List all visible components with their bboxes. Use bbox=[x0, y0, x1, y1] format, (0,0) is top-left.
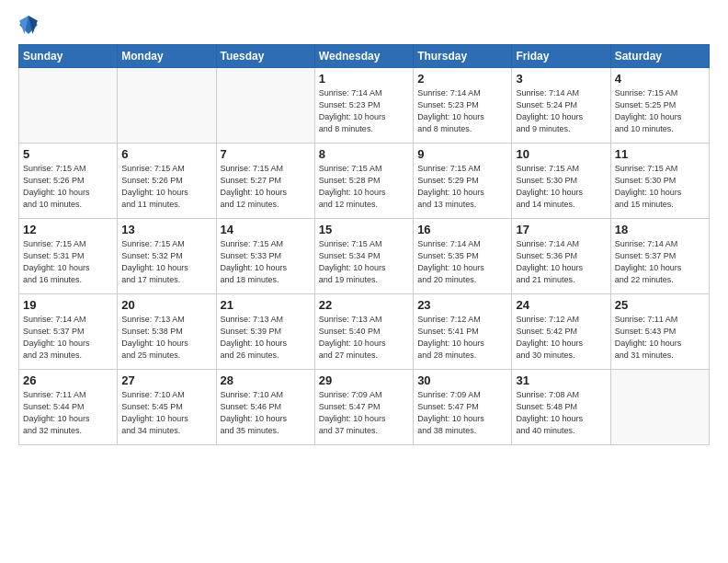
day-info: Sunrise: 7:11 AM Sunset: 5:44 PM Dayligh… bbox=[23, 389, 113, 437]
day-number: 29 bbox=[319, 373, 409, 387]
day-number: 16 bbox=[417, 223, 507, 236]
day-info: Sunrise: 7:15 AM Sunset: 5:26 PM Dayligh… bbox=[23, 163, 113, 211]
logo-icon bbox=[18, 15, 39, 35]
day-number: 28 bbox=[221, 373, 311, 387]
day-number: 9 bbox=[417, 147, 507, 161]
day-number: 7 bbox=[221, 147, 311, 161]
calendar-cell: 20Sunrise: 7:13 AM Sunset: 5:38 PM Dayli… bbox=[118, 294, 216, 370]
page-header bbox=[18, 15, 710, 35]
day-info: Sunrise: 7:15 AM Sunset: 5:28 PM Dayligh… bbox=[319, 163, 409, 211]
day-info: Sunrise: 7:12 AM Sunset: 5:41 PM Dayligh… bbox=[417, 314, 507, 362]
day-info: Sunrise: 7:15 AM Sunset: 5:32 PM Dayligh… bbox=[121, 238, 211, 286]
day-info: Sunrise: 7:08 AM Sunset: 5:48 PM Dayligh… bbox=[516, 389, 606, 437]
calendar-cell: 14Sunrise: 7:15 AM Sunset: 5:33 PM Dayli… bbox=[216, 219, 314, 294]
calendar-cell: 7Sunrise: 7:15 AM Sunset: 5:27 PM Daylig… bbox=[216, 144, 314, 219]
calendar-cell: 18Sunrise: 7:14 AM Sunset: 5:37 PM Dayli… bbox=[610, 219, 709, 294]
day-info: Sunrise: 7:11 AM Sunset: 5:43 PM Dayligh… bbox=[615, 314, 705, 362]
calendar-cell: 17Sunrise: 7:14 AM Sunset: 5:36 PM Dayli… bbox=[512, 219, 610, 294]
calendar-cell: 9Sunrise: 7:15 AM Sunset: 5:29 PM Daylig… bbox=[414, 144, 512, 219]
day-number: 1 bbox=[319, 72, 409, 86]
weekday-header-monday: Monday bbox=[118, 45, 216, 68]
calendar-cell: 28Sunrise: 7:10 AM Sunset: 5:46 PM Dayli… bbox=[216, 370, 314, 445]
calendar-cell: 5Sunrise: 7:15 AM Sunset: 5:26 PM Daylig… bbox=[19, 144, 118, 219]
day-number: 4 bbox=[615, 72, 705, 86]
day-number: 19 bbox=[23, 298, 113, 312]
day-info: Sunrise: 7:14 AM Sunset: 5:37 PM Dayligh… bbox=[615, 238, 705, 286]
calendar-cell: 8Sunrise: 7:15 AM Sunset: 5:28 PM Daylig… bbox=[314, 144, 413, 219]
day-info: Sunrise: 7:15 AM Sunset: 5:33 PM Dayligh… bbox=[221, 238, 311, 286]
day-number: 31 bbox=[516, 373, 606, 387]
day-info: Sunrise: 7:15 AM Sunset: 5:30 PM Dayligh… bbox=[516, 163, 606, 211]
calendar-cell: 24Sunrise: 7:12 AM Sunset: 5:42 PM Dayli… bbox=[512, 294, 610, 370]
calendar-cell: 30Sunrise: 7:09 AM Sunset: 5:47 PM Dayli… bbox=[414, 370, 512, 445]
day-info: Sunrise: 7:12 AM Sunset: 5:42 PM Dayligh… bbox=[516, 314, 606, 362]
day-number: 27 bbox=[121, 373, 211, 387]
day-info: Sunrise: 7:15 AM Sunset: 5:26 PM Dayligh… bbox=[121, 163, 211, 211]
day-number: 8 bbox=[319, 147, 409, 161]
day-info: Sunrise: 7:15 AM Sunset: 5:31 PM Dayligh… bbox=[23, 238, 113, 286]
calendar-cell: 2Sunrise: 7:14 AM Sunset: 5:23 PM Daylig… bbox=[414, 68, 512, 144]
calendar-cell: 31Sunrise: 7:08 AM Sunset: 5:48 PM Dayli… bbox=[512, 370, 610, 445]
day-number: 12 bbox=[23, 223, 113, 236]
calendar-cell: 21Sunrise: 7:13 AM Sunset: 5:39 PM Dayli… bbox=[216, 294, 314, 370]
calendar-cell: 15Sunrise: 7:15 AM Sunset: 5:34 PM Dayli… bbox=[314, 219, 413, 294]
weekday-header-sunday: Sunday bbox=[19, 45, 118, 68]
calendar-cell: 26Sunrise: 7:11 AM Sunset: 5:44 PM Dayli… bbox=[19, 370, 118, 445]
day-number: 10 bbox=[516, 147, 606, 161]
calendar-cell bbox=[610, 370, 709, 445]
day-number: 5 bbox=[23, 147, 113, 161]
day-number: 23 bbox=[417, 298, 507, 312]
calendar: SundayMondayTuesdayWednesdayThursdayFrid… bbox=[18, 44, 710, 445]
day-number: 21 bbox=[221, 298, 311, 312]
day-number: 18 bbox=[615, 223, 705, 236]
calendar-cell: 16Sunrise: 7:14 AM Sunset: 5:35 PM Dayli… bbox=[414, 219, 512, 294]
day-info: Sunrise: 7:10 AM Sunset: 5:45 PM Dayligh… bbox=[121, 389, 211, 437]
day-info: Sunrise: 7:13 AM Sunset: 5:39 PM Dayligh… bbox=[221, 314, 311, 362]
calendar-cell: 10Sunrise: 7:15 AM Sunset: 5:30 PM Dayli… bbox=[512, 144, 610, 219]
calendar-cell bbox=[216, 68, 314, 144]
day-info: Sunrise: 7:15 AM Sunset: 5:25 PM Dayligh… bbox=[615, 87, 705, 135]
day-info: Sunrise: 7:14 AM Sunset: 5:24 PM Dayligh… bbox=[516, 87, 606, 135]
calendar-cell: 22Sunrise: 7:13 AM Sunset: 5:40 PM Dayli… bbox=[314, 294, 413, 370]
weekday-header-wednesday: Wednesday bbox=[314, 45, 413, 68]
day-info: Sunrise: 7:15 AM Sunset: 5:29 PM Dayligh… bbox=[417, 163, 507, 211]
weekday-header-thursday: Thursday bbox=[414, 45, 512, 68]
day-info: Sunrise: 7:13 AM Sunset: 5:40 PM Dayligh… bbox=[319, 314, 409, 362]
day-number: 22 bbox=[319, 298, 409, 312]
calendar-cell: 6Sunrise: 7:15 AM Sunset: 5:26 PM Daylig… bbox=[118, 144, 216, 219]
calendar-cell: 29Sunrise: 7:09 AM Sunset: 5:47 PM Dayli… bbox=[314, 370, 413, 445]
day-number: 30 bbox=[417, 373, 507, 387]
day-number: 26 bbox=[23, 373, 113, 387]
day-number: 20 bbox=[121, 298, 211, 312]
day-info: Sunrise: 7:15 AM Sunset: 5:30 PM Dayligh… bbox=[615, 163, 705, 211]
day-info: Sunrise: 7:14 AM Sunset: 5:37 PM Dayligh… bbox=[23, 314, 113, 362]
calendar-cell: 27Sunrise: 7:10 AM Sunset: 5:45 PM Dayli… bbox=[118, 370, 216, 445]
day-info: Sunrise: 7:09 AM Sunset: 5:47 PM Dayligh… bbox=[319, 389, 409, 437]
day-number: 14 bbox=[221, 223, 311, 236]
day-info: Sunrise: 7:09 AM Sunset: 5:47 PM Dayligh… bbox=[417, 389, 507, 437]
day-info: Sunrise: 7:10 AM Sunset: 5:46 PM Dayligh… bbox=[221, 389, 311, 437]
day-info: Sunrise: 7:13 AM Sunset: 5:38 PM Dayligh… bbox=[121, 314, 211, 362]
calendar-cell: 11Sunrise: 7:15 AM Sunset: 5:30 PM Dayli… bbox=[610, 144, 709, 219]
calendar-cell: 12Sunrise: 7:15 AM Sunset: 5:31 PM Dayli… bbox=[19, 219, 118, 294]
day-number: 3 bbox=[516, 72, 606, 86]
day-info: Sunrise: 7:14 AM Sunset: 5:35 PM Dayligh… bbox=[417, 238, 507, 286]
calendar-cell bbox=[118, 68, 216, 144]
calendar-cell: 23Sunrise: 7:12 AM Sunset: 5:41 PM Dayli… bbox=[414, 294, 512, 370]
calendar-cell: 25Sunrise: 7:11 AM Sunset: 5:43 PM Dayli… bbox=[610, 294, 709, 370]
calendar-cell: 13Sunrise: 7:15 AM Sunset: 5:32 PM Dayli… bbox=[118, 219, 216, 294]
day-number: 13 bbox=[121, 223, 211, 236]
day-number: 6 bbox=[121, 147, 211, 161]
logo bbox=[18, 15, 40, 35]
calendar-cell: 4Sunrise: 7:15 AM Sunset: 5:25 PM Daylig… bbox=[610, 68, 709, 144]
weekday-header-tuesday: Tuesday bbox=[216, 45, 314, 68]
day-info: Sunrise: 7:15 AM Sunset: 5:27 PM Dayligh… bbox=[221, 163, 311, 211]
day-number: 2 bbox=[417, 72, 507, 86]
weekday-header-friday: Friday bbox=[512, 45, 610, 68]
calendar-cell: 3Sunrise: 7:14 AM Sunset: 5:24 PM Daylig… bbox=[512, 68, 610, 144]
day-info: Sunrise: 7:14 AM Sunset: 5:23 PM Dayligh… bbox=[417, 87, 507, 135]
calendar-cell: 1Sunrise: 7:14 AM Sunset: 5:23 PM Daylig… bbox=[314, 68, 413, 144]
day-number: 25 bbox=[615, 298, 705, 312]
day-info: Sunrise: 7:14 AM Sunset: 5:36 PM Dayligh… bbox=[516, 238, 606, 286]
weekday-header-saturday: Saturday bbox=[610, 45, 709, 68]
